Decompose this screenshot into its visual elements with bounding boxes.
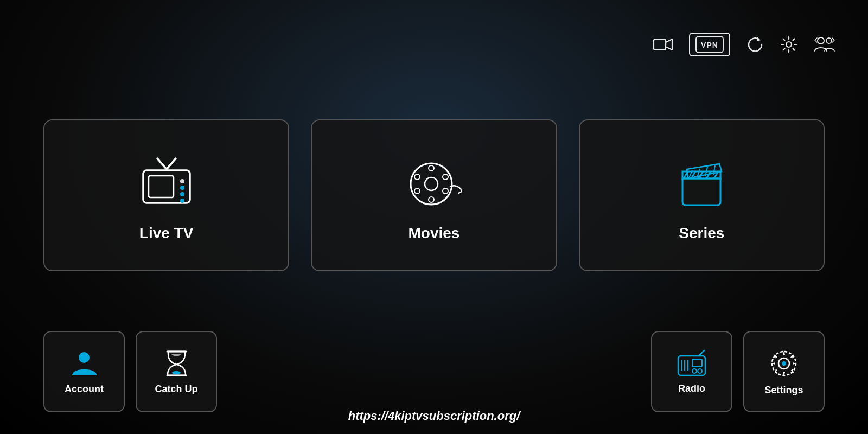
live-tv-label: Live TV (139, 225, 194, 242)
svg-line-44 (699, 350, 704, 356)
svg-rect-41 (692, 359, 702, 367)
svg-rect-0 (654, 39, 666, 50)
refresh-icon[interactable] (746, 36, 764, 53)
settings-card[interactable]: Settings (743, 331, 825, 412)
svg-point-13 (180, 186, 184, 190)
svg-point-43 (698, 369, 702, 373)
catch-up-label: Catch Up (155, 384, 197, 395)
settings-icon (768, 348, 800, 379)
series-card[interactable]: Series (579, 119, 825, 271)
svg-point-23 (443, 188, 448, 194)
radio-icon (676, 349, 707, 378)
settings-top-icon[interactable] (780, 36, 797, 53)
svg-marker-4 (757, 37, 761, 41)
account-label: Account (65, 384, 104, 395)
svg-line-8 (157, 158, 167, 169)
svg-point-14 (180, 192, 184, 196)
radio-card[interactable]: Radio (651, 331, 732, 412)
svg-point-20 (414, 174, 420, 180)
svg-rect-11 (149, 176, 174, 197)
svg-point-33 (79, 352, 90, 363)
svg-point-46 (782, 361, 786, 366)
radio-label: Radio (678, 383, 705, 394)
bottom-right-cards: Radio Settings (651, 331, 825, 412)
movies-card[interactable]: Movies (311, 119, 557, 271)
svg-point-15 (180, 199, 184, 203)
series-icon (672, 154, 731, 214)
movies-icon (404, 154, 464, 214)
svg-text:VPN: VPN (701, 41, 718, 49)
svg-point-19 (429, 197, 434, 202)
svg-point-6 (818, 37, 824, 44)
live-tv-icon (137, 154, 196, 214)
url-text: https://4kiptvsubscription.org/ (348, 409, 520, 423)
catch-up-icon (162, 348, 192, 378)
svg-point-18 (429, 165, 434, 171)
catch-up-card[interactable]: Catch Up (136, 331, 217, 412)
svg-point-22 (414, 188, 420, 194)
vpn-icon[interactable]: VPN (689, 33, 730, 56)
bottom-left-cards: Account Catch Up (43, 331, 217, 412)
live-tv-card[interactable]: Live TV (43, 119, 289, 271)
series-label: Series (679, 225, 724, 242)
svg-point-21 (443, 174, 448, 180)
account-card[interactable]: Account (43, 331, 125, 412)
svg-marker-1 (666, 39, 672, 50)
svg-point-17 (425, 177, 438, 190)
movies-label: Movies (409, 225, 460, 242)
top-icon-bar: VPN (653, 33, 835, 56)
account-icon (69, 348, 99, 378)
svg-point-42 (692, 369, 697, 373)
svg-point-7 (826, 38, 832, 43)
main-card-grid: Live TV Movies (43, 119, 825, 271)
video-camera-icon[interactable] (653, 37, 673, 52)
svg-point-12 (180, 179, 184, 183)
settings-label: Settings (764, 385, 803, 396)
svg-point-5 (786, 42, 792, 47)
svg-point-16 (411, 163, 452, 205)
svg-line-9 (167, 158, 176, 169)
svg-point-36 (172, 371, 181, 374)
users-switch-icon[interactable] (814, 36, 835, 53)
